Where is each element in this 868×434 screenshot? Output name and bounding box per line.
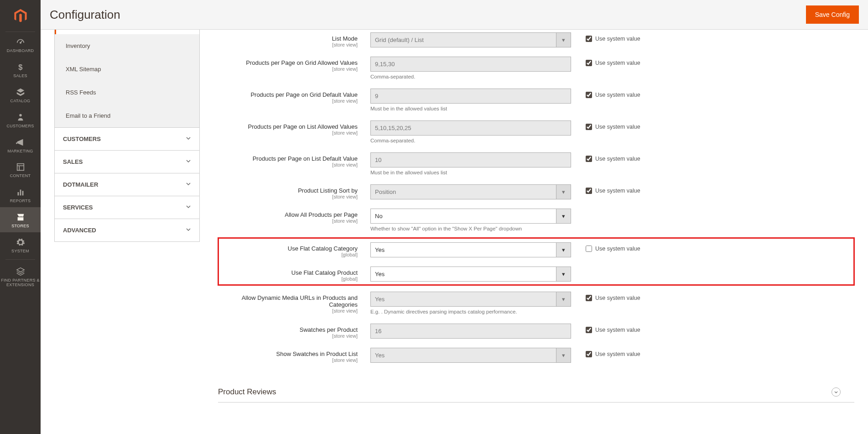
use-system-checkbox[interactable] [586, 36, 592, 42]
chevron-down-icon: ▾ [556, 292, 571, 306]
select-value: Yes [375, 352, 385, 359]
svg-rect-4 [17, 192, 19, 195]
page-header: Configuration Save Config [41, 0, 868, 30]
use-system-check[interactable]: Use system value [571, 242, 651, 252]
field-label: List Mode [332, 35, 358, 42]
use-system-checkbox[interactable] [586, 92, 592, 98]
field-list-allowed: Products per Page on List Allowed Values… [218, 118, 854, 150]
nav-label: SALES [0, 74, 41, 78]
use-system-check[interactable]: Use system value [571, 89, 651, 98]
config-tabs: Inventory XML Sitemap RSS Feeds Email to… [41, 30, 200, 434]
use-system-checkbox[interactable] [586, 327, 592, 333]
flat-category-select[interactable]: Yes▾ [370, 242, 571, 257]
use-system-check[interactable]: Use system value [571, 32, 651, 42]
use-system-check[interactable]: Use system value [571, 184, 651, 194]
nav-sales[interactable]: $SALES [0, 57, 41, 82]
select-value: Yes [375, 271, 385, 277]
chevron-down-icon: ▾ [556, 185, 571, 199]
magento-logo[interactable] [5, 0, 35, 32]
field-label: Use Flat Catalog Product [291, 269, 358, 276]
field-flat-category: Use Flat Catalog Category[global] Yes▾ U… [218, 240, 854, 264]
grouptab-label: DOTMAILER [63, 181, 98, 188]
field-label: Products per Page on List Default Value [253, 155, 358, 162]
svg-text:$: $ [18, 63, 22, 71]
field-help: Whether to show "All" option in the "Sho… [370, 226, 571, 231]
chevron-down-icon: ▾ [556, 348, 571, 362]
use-system-checkbox[interactable] [586, 124, 592, 130]
nav-system[interactable]: SYSTEM [0, 232, 41, 257]
allow-all-select[interactable]: No▾ [370, 209, 571, 224]
chevron-down-icon [186, 136, 191, 142]
nav-marketing[interactable]: MARKETING [0, 132, 41, 157]
field-scope: [store view] [218, 194, 358, 199]
subtab-inventory[interactable]: Inventory [55, 34, 199, 58]
use-system-checkbox[interactable] [586, 295, 592, 301]
admin-nav: DASHBOARD $SALES CATALOG CUSTOMERS MARKE… [0, 0, 41, 434]
field-grid-allowed: Products per Page on Grid Allowed Values… [218, 54, 854, 86]
use-system-checkbox[interactable] [586, 60, 592, 66]
section-product-reviews[interactable]: Product Reviews [218, 382, 854, 403]
nav-label: CUSTOMERS [0, 124, 41, 129]
nav-partners[interactable]: FIND PARTNERS & EXTENSIONS [0, 261, 41, 291]
use-system-check[interactable]: Use system value [571, 57, 651, 66]
use-system-check[interactable]: Use system value [571, 292, 651, 301]
section-title: Product Reviews [218, 387, 276, 397]
grouptab-customers[interactable]: CUSTOMERS [55, 127, 199, 150]
field-scope: [global] [218, 252, 358, 257]
field-scope: [store view] [218, 98, 358, 104]
grouptab-sales[interactable]: SALES [55, 150, 199, 173]
field-label: Show Swatches in Product List [276, 350, 358, 357]
use-system-check[interactable]: Use system value [571, 152, 651, 162]
use-system-check[interactable]: Use system value [571, 348, 651, 357]
field-help: Comma-separated. [370, 74, 571, 79]
field-label: Products per Page on Grid Allowed Values [246, 59, 358, 66]
use-system-checkbox[interactable] [586, 351, 592, 357]
use-system-check[interactable]: Use system value [571, 324, 651, 333]
subtab-email-friend[interactable]: Email to a Friend [55, 104, 199, 127]
nav-catalog[interactable]: CATALOG [0, 82, 41, 107]
use-system-label: Use system value [595, 295, 640, 301]
list-allowed-input [370, 120, 571, 136]
subtab-rss-feeds[interactable]: RSS Feeds [55, 81, 199, 104]
svg-point-0 [20, 42, 21, 43]
use-system-check[interactable]: Use system value [571, 120, 651, 130]
flat-product-select[interactable]: Yes▾ [370, 267, 571, 282]
field-scope: [store view] [218, 162, 358, 167]
svg-rect-5 [20, 190, 21, 196]
chevron-down-icon: ▾ [556, 267, 571, 281]
field-list-default: Products per Page on List Default Value[… [218, 150, 854, 182]
field-label: Product Listing Sort by [298, 187, 358, 194]
config-form: List Mode[store view] Grid (default) / L… [200, 30, 868, 434]
nav-content[interactable]: CONTENT [0, 157, 41, 182]
nav-reports[interactable]: REPORTS [0, 182, 41, 207]
field-allow-all: Allow All Products per Page[store view] … [218, 206, 854, 238]
field-label: Products per Page on Grid Default Value [250, 91, 358, 98]
nav-dashboard[interactable]: DASHBOARD [0, 32, 41, 57]
field-scope: [store view] [218, 308, 358, 314]
nav-stores[interactable]: STORES [0, 207, 41, 232]
field-show-swatches: Show Swatches in Product List[store view… [218, 345, 854, 369]
grouptab-services[interactable]: SERVICES [55, 196, 199, 219]
use-system-label: Use system value [595, 124, 640, 130]
expand-icon [832, 387, 841, 397]
grouptab-advanced[interactable]: ADVANCED [55, 219, 199, 241]
grouptab-dotmailer[interactable]: DOTMAILER [55, 173, 199, 196]
field-help: E.g. . Dynamic directives parsing impact… [370, 309, 571, 314]
chevron-down-icon [186, 158, 191, 165]
save-config-button[interactable]: Save Config [806, 5, 859, 24]
chevron-down-icon [186, 227, 191, 234]
chevron-down-icon: ▾ [556, 209, 571, 223]
svg-rect-6 [22, 191, 23, 196]
use-system-label: Use system value [595, 246, 640, 252]
nav-customers[interactable]: CUSTOMERS [0, 107, 41, 132]
use-system-checkbox[interactable] [586, 156, 592, 162]
select-value: Grid (default) / List [375, 37, 424, 43]
field-grid-default: Products per Page on Grid Default Value[… [218, 86, 854, 118]
grid-default-input [370, 89, 571, 104]
swatches-input [370, 324, 571, 339]
use-system-checkbox[interactable] [586, 246, 592, 252]
use-system-checkbox[interactable] [586, 188, 592, 194]
field-label: Allow Dynamic Media URLs in Products and… [242, 294, 358, 308]
select-value: Yes [375, 246, 385, 253]
subtab-xml-sitemap[interactable]: XML Sitemap [55, 58, 199, 81]
